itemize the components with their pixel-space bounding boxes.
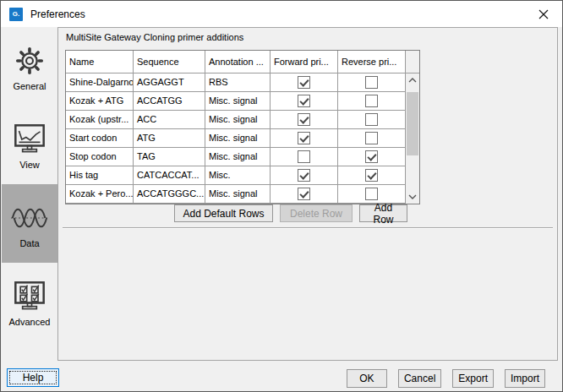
chevron-down-icon: [408, 194, 417, 199]
sidebar: General View: [2, 27, 57, 348]
sidebar-item-data[interactable]: Data: [2, 184, 57, 263]
cell-annotation[interactable]: Misc.: [205, 166, 271, 185]
monitor-chart-icon: [13, 121, 46, 158]
reverse-primer-checkbox[interactable]: [365, 95, 378, 107]
cell-name[interactable]: Kozak + Pero...: [66, 185, 134, 204]
sidebar-item-advanced[interactable]: Advanced: [2, 263, 57, 341]
cell-reverse-primer[interactable]: [338, 166, 406, 185]
table-scrollbar[interactable]: [405, 74, 419, 204]
sidebar-item-label: View: [19, 160, 40, 170]
data-preferences-panel: MultiSite Gateway Cloning primer additio…: [57, 27, 558, 361]
table-row[interactable]: Stop codonTAGMisc. signal: [66, 148, 406, 166]
column-header-reverse[interactable]: Reverse pri...: [338, 51, 406, 73]
forward-primer-checkbox[interactable]: [298, 95, 310, 107]
cell-reverse-primer[interactable]: [338, 111, 406, 129]
cell-annotation[interactable]: Misc. signal: [205, 92, 271, 111]
table-header: Name Sequence Annotation ... Forward pri…: [66, 51, 419, 74]
reverse-primer-checkbox[interactable]: [365, 113, 378, 126]
cell-reverse-primer[interactable]: [338, 92, 406, 111]
cell-sequence[interactable]: TAG: [134, 148, 205, 166]
sidebar-item-label: Data: [19, 238, 39, 248]
table-row[interactable]: Kozak + Pero...ACCATGGGC...Misc. signal: [66, 185, 406, 204]
sidebar-item-label: Advanced: [9, 317, 51, 327]
reverse-primer-checkbox[interactable]: [365, 169, 378, 182]
table-row[interactable]: Kozak (upstr...ACCMisc. signal: [66, 111, 406, 129]
cell-name[interactable]: Shine-Dalgarno: [66, 74, 134, 92]
cell-sequence[interactable]: ATG: [134, 129, 205, 148]
column-header-forward[interactable]: Forward pri...: [271, 51, 338, 73]
cell-name[interactable]: Kozak + ATG: [66, 92, 134, 111]
cell-forward-primer[interactable]: [271, 111, 338, 129]
forward-primer-checkbox[interactable]: [298, 188, 310, 200]
close-icon: [538, 9, 549, 19]
forward-primer-checkbox[interactable]: [298, 132, 310, 144]
forward-primer-checkbox[interactable]: [298, 76, 310, 89]
sidebar-item-general[interactable]: General: [2, 27, 57, 106]
cell-annotation[interactable]: Misc. signal: [205, 129, 271, 148]
window-title: Preferences: [30, 8, 85, 20]
cell-forward-primer[interactable]: [271, 185, 338, 204]
group-label: MultiSite Gateway Cloning primer additio…: [66, 32, 243, 42]
table-row[interactable]: His tagCATCACCAT...Misc.: [66, 166, 406, 185]
table-body: Shine-DalgarnoAGGAGGTRBSKozak + ATGACCAT…: [66, 74, 406, 204]
cell-annotation[interactable]: Misc. signal: [205, 185, 271, 204]
ok-button[interactable]: OK: [347, 369, 387, 388]
import-button[interactable]: Import: [505, 369, 545, 388]
monitor-checkboxes-icon: [13, 278, 46, 315]
cell-reverse-primer[interactable]: [338, 74, 406, 92]
gear-icon: [14, 42, 46, 79]
cell-forward-primer[interactable]: [271, 129, 338, 148]
cell-annotation[interactable]: RBS: [205, 74, 271, 92]
forward-primer-checkbox[interactable]: [298, 113, 310, 126]
column-header-name[interactable]: Name: [66, 51, 134, 73]
add-row-button[interactable]: Add Row: [359, 204, 407, 222]
close-button[interactable]: [524, 1, 562, 27]
table-row[interactable]: Shine-DalgarnoAGGAGGTRBS: [66, 74, 406, 92]
chevron-up-icon: [408, 78, 417, 83]
preferences-dialog: G. Preferences: [0, 0, 563, 392]
cell-name[interactable]: Start codon: [66, 129, 134, 148]
sidebar-item-label: General: [13, 81, 46, 91]
reverse-primer-checkbox[interactable]: [365, 76, 378, 89]
scrollbar-thumb[interactable]: [407, 92, 418, 155]
delete-row-button[interactable]: Delete Row: [280, 204, 353, 222]
add-default-rows-button[interactable]: Add Default Rows: [174, 204, 273, 222]
column-header-sequence[interactable]: Sequence: [134, 51, 205, 73]
help-button[interactable]: Help: [7, 368, 59, 387]
cell-forward-primer[interactable]: [271, 148, 338, 166]
cell-sequence[interactable]: AGGAGGT: [134, 74, 205, 92]
cell-forward-primer[interactable]: [271, 166, 338, 185]
cell-reverse-primer[interactable]: [338, 148, 406, 166]
table-button-row: Add Default Rows Delete Row Add Row: [174, 204, 407, 222]
cell-annotation[interactable]: Misc. signal: [205, 111, 271, 129]
cell-sequence[interactable]: ACCATGGGC...: [134, 185, 205, 204]
cancel-button[interactable]: Cancel: [398, 369, 441, 388]
table-row[interactable]: Kozak + ATGACCATGGMisc. signal: [66, 92, 406, 111]
cell-annotation[interactable]: Misc. signal: [205, 148, 271, 166]
cell-sequence[interactable]: ACCATGG: [134, 92, 205, 111]
export-button[interactable]: Export: [452, 369, 494, 388]
sidebar-item-view[interactable]: View: [2, 106, 57, 184]
cell-forward-primer[interactable]: [271, 74, 338, 92]
reverse-primer-checkbox[interactable]: [365, 188, 378, 200]
cell-name[interactable]: His tag: [66, 166, 134, 185]
cell-name[interactable]: Kozak (upstr...: [66, 111, 134, 129]
forward-primer-checkbox[interactable]: [298, 150, 310, 163]
header-filler: [406, 51, 419, 73]
sine-wave-icon: [11, 199, 48, 237]
scrollbar-up-button[interactable]: [406, 74, 419, 87]
title-bar: G. Preferences: [1, 1, 562, 27]
table-row[interactable]: Start codonATGMisc. signal: [66, 129, 406, 148]
primer-additions-table: Name Sequence Annotation ... Forward pri…: [65, 50, 420, 204]
reverse-primer-checkbox[interactable]: [365, 150, 378, 163]
scrollbar-down-button[interactable]: [406, 190, 419, 204]
cell-forward-primer[interactable]: [271, 92, 338, 111]
forward-primer-checkbox[interactable]: [298, 169, 310, 182]
app-icon: G.: [9, 8, 23, 21]
cell-name[interactable]: Stop codon: [66, 148, 134, 166]
cell-reverse-primer[interactable]: [338, 129, 406, 148]
column-header-annotation[interactable]: Annotation ...: [205, 51, 271, 73]
cell-sequence[interactable]: CATCACCAT...: [134, 166, 205, 185]
cell-sequence[interactable]: ACC: [134, 111, 205, 129]
reverse-primer-checkbox[interactable]: [365, 132, 378, 144]
